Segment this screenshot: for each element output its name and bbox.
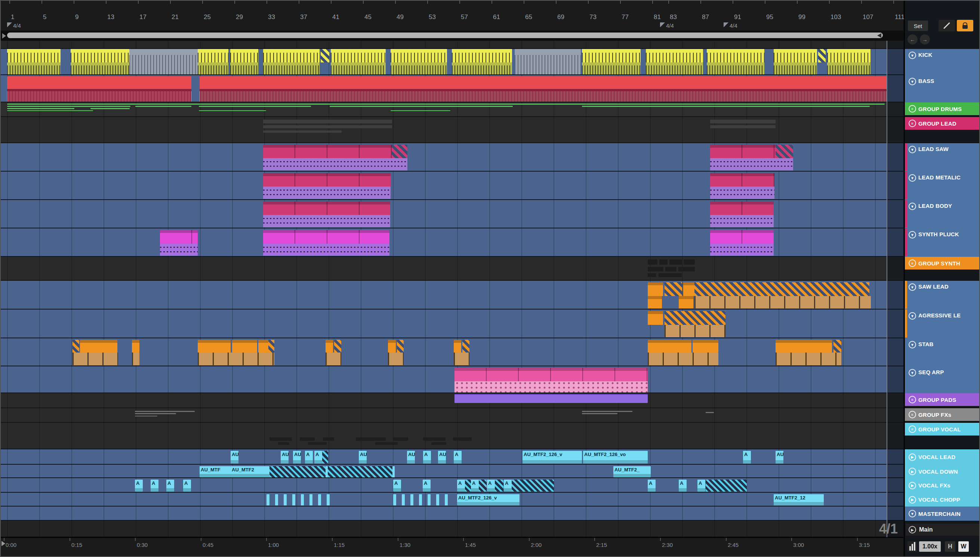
- stab-clip[interactable]: [692, 340, 718, 352]
- set-button[interactable]: Set: [908, 21, 928, 31]
- vocal-fx-clip[interactable]: A: [166, 480, 174, 492]
- vocal-group-mini[interactable]: [453, 437, 472, 441]
- stab-clip[interactable]: [198, 340, 231, 352]
- track-header-masterchain[interactable]: ▼MASTERCHAIN: [905, 507, 980, 521]
- stab-body[interactable]: [73, 352, 118, 365]
- lead-clip[interactable]: [710, 145, 775, 158]
- vocal-group-mini[interactable]: [423, 437, 445, 441]
- vocal-clip-fade[interactable]: [494, 480, 504, 492]
- vocal-chopp-sliver[interactable]: [445, 494, 448, 505]
- level-meter-icon[interactable]: [907, 541, 917, 552]
- synth-pluck-clip[interactable]: [263, 230, 390, 244]
- vocal-fx-clip[interactable]: A: [679, 480, 687, 492]
- vocal-fx-clip[interactable]: A: [487, 480, 495, 492]
- synth-group-mini[interactable]: [659, 259, 668, 265]
- group-menu-icon[interactable]: ≡: [908, 425, 916, 433]
- fx-group-mini[interactable]: [582, 413, 618, 414]
- chevron-down-icon[interactable]: ▼: [908, 341, 916, 349]
- track-header-agressive-le[interactable]: ▼AGRESSIVE LE: [905, 309, 980, 338]
- vocal-chopp-sliver[interactable]: [427, 494, 431, 505]
- stab-clip[interactable]: [325, 340, 333, 352]
- kick-clip[interactable]: [582, 49, 640, 62]
- vocal-fx-clip[interactable]: A: [393, 480, 401, 492]
- vocal-chopp-sliver[interactable]: [327, 494, 330, 505]
- scroll-handle-end-icon[interactable]: [877, 33, 881, 38]
- synth-pluck-clip[interactable]: [160, 230, 198, 244]
- lead-clip[interactable]: [710, 173, 774, 187]
- saw-lead-clip[interactable]: [648, 282, 663, 296]
- stab-clip-fade[interactable]: [397, 340, 404, 352]
- stab-body[interactable]: [198, 352, 274, 365]
- fx-group-mini[interactable]: [135, 411, 195, 412]
- lead-clip-body[interactable]: [263, 215, 390, 227]
- vocal-fx-clip[interactable]: A: [183, 480, 191, 492]
- kick-clip-fade[interactable]: [818, 49, 826, 62]
- vocal-lead-clip[interactable]: AU: [775, 451, 783, 464]
- synth-pluck-body[interactable]: [263, 244, 390, 256]
- kick-clip[interactable]: [7, 49, 60, 62]
- synth-pluck-clip[interactable]: [710, 230, 774, 244]
- vocal-lead-clip[interactable]: A: [423, 451, 431, 464]
- lock-button[interactable]: [957, 20, 973, 31]
- vocal-clip-fade[interactable]: [328, 466, 392, 477]
- kick-notes[interactable]: [230, 62, 258, 74]
- kick-clip[interactable]: [198, 49, 228, 62]
- track-header-group-drums[interactable]: ≡GROUP DRUMS: [905, 103, 980, 117]
- track-header-lead-body[interactable]: ▼LEAD BODY: [905, 200, 980, 228]
- saw-lead-body[interactable]: [694, 296, 871, 308]
- stab-clip[interactable]: [388, 340, 396, 352]
- synth-group-mini[interactable]: [648, 259, 657, 265]
- vocal-lead-clip[interactable]: A: [454, 451, 462, 464]
- drums-mini-clip[interactable]: [199, 106, 311, 107]
- vocal-lead-clip[interactable]: A: [314, 451, 322, 464]
- vocal-clip-fade[interactable]: [465, 480, 471, 492]
- vocal-group-mini[interactable]: [308, 442, 327, 445]
- track-header-lead-saw[interactable]: ▼LEAD SAW: [905, 143, 980, 172]
- seq-arp-body[interactable]: [455, 381, 648, 393]
- group-menu-icon[interactable]: ≡: [908, 259, 916, 267]
- back-arrow-button[interactable]: ←: [907, 34, 918, 44]
- synth-group-mini[interactable]: [648, 273, 656, 277]
- vocal-chopp-sliver[interactable]: [410, 494, 413, 505]
- fx-group-mini[interactable]: [582, 411, 632, 412]
- track-header-bass[interactable]: ▼BASS: [905, 75, 980, 103]
- vocal-clip-fade[interactable]: [478, 480, 487, 492]
- group-menu-icon[interactable]: ≡: [908, 411, 916, 418]
- vocal-down-sliver[interactable]: [392, 466, 395, 477]
- drums-mini-clip[interactable]: [390, 110, 450, 111]
- vocal-clip-fade[interactable]: [270, 466, 325, 477]
- saw-lead-clip-fade[interactable]: [665, 311, 725, 325]
- track-header-group-fxs[interactable]: ≡GROUP FXs: [905, 408, 980, 423]
- bass-clip[interactable]: [7, 76, 191, 89]
- lead-clip-body[interactable]: [263, 187, 390, 199]
- kick-notes[interactable]: [263, 62, 320, 74]
- track-header-vocal-chopp[interactable]: ▶VOCAL CHOPP: [905, 493, 980, 507]
- vocal-chopp-sliver[interactable]: [402, 494, 405, 505]
- kick-notes[interactable]: [198, 62, 228, 74]
- stab-clip[interactable]: [232, 340, 257, 352]
- vocal-fx-clip[interactable]: A: [504, 480, 512, 492]
- vocal-group-mini[interactable]: [278, 442, 289, 445]
- fx-group-mini[interactable]: [135, 416, 158, 417]
- chevron-down-icon[interactable]: ▼: [908, 283, 916, 291]
- stab-clip[interactable]: [648, 340, 691, 352]
- kick-notes[interactable]: [582, 62, 640, 74]
- stab-clip-fade[interactable]: [268, 340, 274, 352]
- kick-notes[interactable]: [7, 62, 60, 74]
- stab-body[interactable]: [325, 352, 341, 365]
- chevron-down-icon[interactable]: ▼: [908, 203, 916, 210]
- vocal-chopp-sliver[interactable]: [318, 494, 321, 505]
- fx-group-mini[interactable]: [706, 412, 714, 413]
- synth-group-mini[interactable]: [678, 267, 695, 271]
- lead-group-mini[interactable]: [263, 120, 392, 123]
- lead-clip-fade[interactable]: [775, 145, 793, 158]
- stab-clip[interactable]: [132, 340, 140, 352]
- synth-group-mini[interactable]: [648, 267, 663, 271]
- vocal-fx-clip[interactable]: A: [151, 480, 158, 492]
- lead-clip-body[interactable]: [710, 158, 793, 171]
- play-icon[interactable]: ▶: [908, 453, 916, 461]
- drums-mini-clip[interactable]: [582, 106, 870, 107]
- play-icon[interactable]: ▶: [908, 467, 916, 475]
- saw-lead-body[interactable]: [665, 325, 725, 337]
- vocal-chopp-sliver[interactable]: [309, 494, 312, 505]
